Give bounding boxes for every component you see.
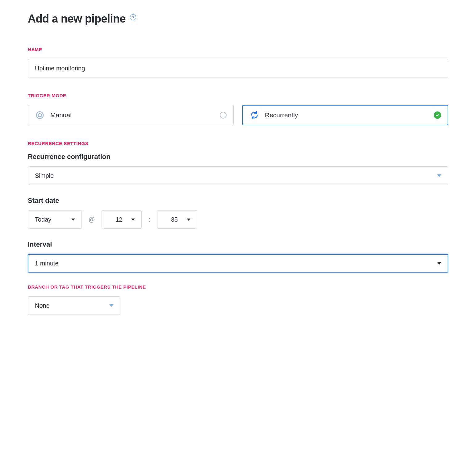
start-date-hour-value: 12 <box>115 216 122 223</box>
name-section-label: NAME <box>28 47 448 52</box>
start-date-day-value: Today <box>35 216 51 223</box>
trigger-mode-recurrently-label: Recurrently <box>265 111 298 119</box>
radio-unchecked-icon <box>220 112 227 119</box>
trigger-mode-manual[interactable]: Manual <box>28 105 234 125</box>
manual-icon <box>35 110 45 120</box>
page-title: Add a new pipeline <box>28 12 126 25</box>
svg-point-0 <box>36 112 44 119</box>
start-date-minute-value: 35 <box>171 216 178 223</box>
help-icon[interactable]: ? <box>130 14 136 20</box>
recurrence-configuration-heading: Recurrence configuration <box>28 153 448 161</box>
start-date-hour-select[interactable]: 12 <box>102 210 142 229</box>
trigger-mode-recurrently[interactable]: Recurrently <box>242 105 448 125</box>
colon-separator: : <box>148 216 150 223</box>
recurrence-section-label: RECURRENCE SETTINGS <box>28 141 448 146</box>
radio-checked-icon <box>434 111 441 119</box>
recurrence-configuration-select[interactable]: Simple <box>28 166 448 185</box>
trigger-mode-section-label: TRIGGER MODE <box>28 93 448 98</box>
at-separator: @ <box>89 216 95 223</box>
branch-select[interactable]: None <box>28 296 120 315</box>
pipeline-name-input[interactable] <box>28 59 448 77</box>
interval-value: 1 minute <box>35 260 59 267</box>
branch-section-label: BRANCH OR TAG THAT TRIGGERS THE PIPELINE <box>28 284 448 290</box>
interval-heading: Interval <box>28 240 448 248</box>
start-date-minute-select[interactable]: 35 <box>157 210 197 229</box>
svg-point-1 <box>38 114 41 117</box>
start-date-day-select[interactable]: Today <box>28 210 82 229</box>
trigger-mode-manual-label: Manual <box>50 111 72 119</box>
recurrence-configuration-value: Simple <box>35 172 54 179</box>
start-date-heading: Start date <box>28 197 448 205</box>
interval-select[interactable]: 1 minute <box>28 254 448 273</box>
branch-value: None <box>35 302 50 309</box>
recurrent-icon <box>249 110 259 120</box>
